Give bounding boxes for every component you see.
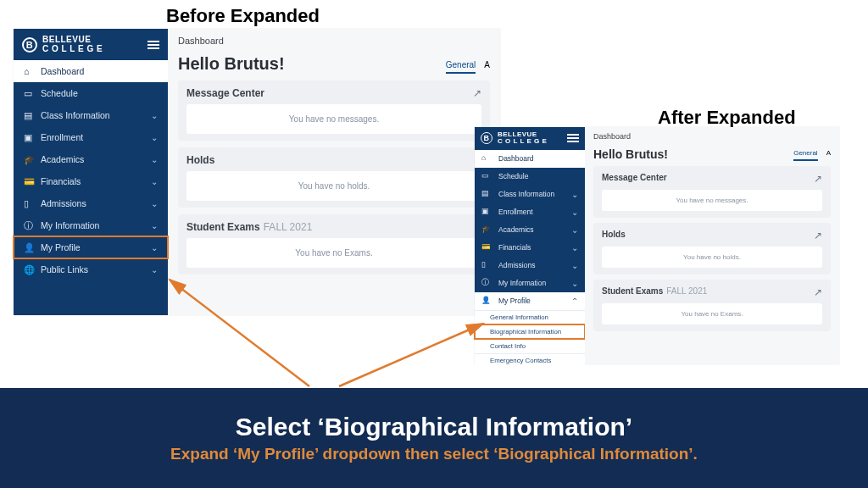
sidebar-item-class-information[interactable]: ▤Class Information ⌄ — [14, 104, 168, 126]
card-title: Holds — [186, 154, 214, 166]
heading-after: After Expanded — [658, 107, 796, 129]
sidebar-item-my-profile[interactable]: 👤My Profile ⌃ — [475, 292, 585, 310]
sidebar-item-class-information[interactable]: ▤Class Information ⌄ — [475, 186, 585, 203]
chevron-down-icon: ⌄ — [151, 133, 158, 142]
sidebar-item-academics[interactable]: 🎓Academics ⌄ — [14, 148, 168, 170]
sidebar-item-admissions[interactable]: ▯Admissions ⌄ — [14, 192, 168, 214]
brand-line1: BELLEVUE — [42, 36, 103, 45]
folder-icon: ▣ — [481, 207, 492, 217]
message-center-card: Message Center↗ You have no messages. — [178, 80, 490, 141]
open-icon[interactable]: ↗ — [814, 173, 822, 185]
document-icon: ▯ — [481, 260, 492, 270]
submenu-emergency-contacts[interactable]: Emergency Contacts — [475, 353, 585, 368]
sidebar-item-label: Enrollment — [41, 132, 83, 142]
card-body: You have no holds. — [602, 247, 822, 268]
sidebar-item-enrollment[interactable]: ▣Enrollment ⌄ — [14, 126, 168, 148]
sidebar-item-label: My Information — [498, 279, 546, 287]
main-pane: Dashboard Hello Brutus! General A Messag… — [168, 29, 500, 315]
sidebar-item-label: Enrollment — [498, 208, 533, 216]
tab-a[interactable]: A — [826, 149, 831, 161]
sidebar-item-dashboard[interactable]: ⌂Dashboard — [14, 60, 168, 82]
sidebar-item-admissions[interactable]: ▯Admissions ⌄ — [475, 257, 585, 274]
svg-line-1 — [339, 324, 483, 386]
chevron-down-icon: ⌄ — [571, 261, 578, 270]
exams-term: FALL 2021 — [666, 286, 707, 296]
sidebar-item-schedule[interactable]: ▭Schedule — [475, 168, 585, 186]
submenu-general-information[interactable]: General Information — [475, 310, 585, 324]
menu-toggle-icon[interactable] — [567, 134, 579, 142]
list-icon: ▤ — [481, 189, 492, 199]
sidebar-item-label: Class Information — [498, 190, 554, 198]
graduation-icon: 🎓 — [481, 225, 492, 235]
sidebar-item-label: Academics — [41, 154, 84, 164]
sidebar-item-label: Public Links — [41, 264, 88, 274]
holds-card: Holds↗ You have no holds. — [178, 147, 490, 208]
chevron-down-icon: ⌄ — [571, 279, 578, 288]
sidebar-item-academics[interactable]: 🎓Academics ⌄ — [475, 221, 585, 239]
submenu-biographical-information[interactable]: Biographical Information — [475, 324, 585, 339]
sidebar-item-label: Admissions — [498, 261, 535, 269]
student-exams-card: Student ExamsFALL 2021↗ You have no Exam… — [593, 280, 831, 331]
sidebar-item-enrollment[interactable]: ▣Enrollment ⌄ — [475, 203, 585, 221]
brand-row: B BELLEVUE C O L L E G E — [14, 29, 168, 60]
card-body: You have no holds. — [186, 171, 481, 201]
sidebar-item-label: Academics — [498, 225, 534, 234]
tab-general[interactable]: General — [446, 60, 476, 74]
sidebar-item-my-information[interactable]: ⓘMy Information ⌄ — [475, 274, 585, 292]
card-title: Message Center — [186, 87, 264, 99]
sidebar-item-label: Admissions — [41, 198, 86, 208]
sidebar-item-label: Dashboard — [41, 66, 84, 76]
sidebar-item-label: My Profile — [41, 242, 81, 252]
heading-before: Before Expanded — [166, 5, 320, 27]
home-icon: ⌂ — [481, 153, 492, 164]
main-pane: Dashboard Hello Brutus! General A Messag… — [585, 127, 839, 364]
sidebar-item-schedule[interactable]: ▭Schedule — [14, 82, 168, 104]
sidebar-item-label: My Profile — [498, 297, 531, 305]
calendar-icon: ▭ — [24, 88, 34, 98]
sidebar-item-my-profile[interactable]: 👤My Profile ⌄ — [14, 236, 168, 258]
chevron-up-icon: ⌃ — [571, 297, 578, 306]
open-icon[interactable]: ↗ — [814, 230, 822, 241]
info-icon: ⓘ — [481, 278, 492, 288]
tab-a[interactable]: A — [484, 60, 490, 74]
card-icon: 💳 — [24, 176, 34, 186]
globe-icon: 🌐 — [24, 264, 34, 274]
open-icon[interactable]: ↗ — [814, 286, 822, 298]
menu-toggle-icon[interactable] — [147, 41, 159, 49]
profile-icon: 👤 — [481, 296, 492, 306]
chevron-down-icon: ⌄ — [571, 225, 578, 235]
sidebar-item-label: Schedule — [41, 88, 78, 98]
sidebar: B BELLEVUE C O L L E G E ⌂Dashboard ▭Sch… — [475, 127, 585, 364]
my-profile-submenu: General Information Biographical Informa… — [475, 310, 585, 368]
tab-general[interactable]: General — [793, 149, 817, 161]
list-icon: ▤ — [24, 110, 34, 120]
hello-heading: Hello Brutus! — [593, 147, 668, 161]
instruction-banner: Select ‘Biographical Information’ Expand… — [0, 388, 868, 488]
graduation-icon: 🎓 — [24, 154, 34, 164]
sidebar-item-public-links[interactable]: 🌐Public Links ⌄ — [14, 258, 168, 280]
exams-term: FALL 2021 — [264, 221, 313, 233]
brand-badge: B — [22, 37, 37, 53]
submenu-contact-info[interactable]: Contact Info — [475, 339, 585, 353]
sidebar-item-my-information[interactable]: ⓘMy Information ⌄ — [14, 214, 168, 236]
page-title: Dashboard — [593, 132, 831, 141]
holds-card: Holds↗ You have no holds. — [593, 223, 831, 274]
card-body: You have no messages. — [602, 190, 822, 211]
sidebar-item-financials[interactable]: 💳Financials ⌄ — [475, 239, 585, 257]
banner-line2: Expand ‘My Profile’ dropdown then select… — [170, 445, 698, 463]
chevron-down-icon: ⌄ — [571, 190, 578, 199]
sidebar-item-financials[interactable]: 💳Financials ⌄ — [14, 170, 168, 192]
card-body: You have no Exams. — [186, 238, 481, 268]
info-icon: ⓘ — [24, 220, 34, 230]
open-icon[interactable]: ↗ — [473, 87, 481, 99]
sidebar-item-label: Schedule — [498, 172, 528, 180]
banner-line1: Select ‘Biographical Information’ — [236, 413, 632, 441]
sidebar-item-dashboard[interactable]: ⌂Dashboard — [475, 150, 585, 168]
student-exams-card: Student ExamsFALL 2021↗ You have no Exam… — [178, 214, 490, 274]
brand-line2: C O L L E G E — [498, 138, 547, 145]
card-title: Student Exams — [186, 221, 260, 233]
chevron-down-icon: ⌄ — [151, 199, 158, 208]
sidebar-item-label: Financials — [41, 176, 81, 186]
brand-row: B BELLEVUE C O L L E G E — [475, 127, 585, 150]
brand-badge: B — [481, 132, 492, 144]
